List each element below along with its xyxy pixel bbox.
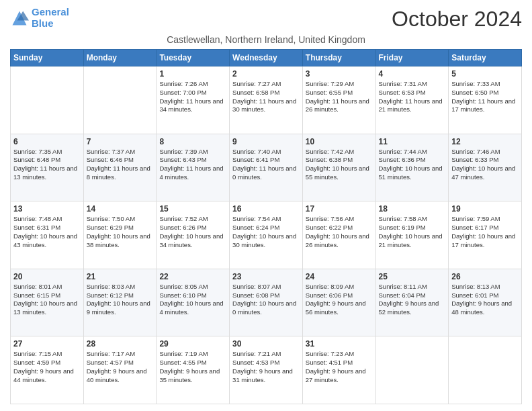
calendar-cell: 16Sunrise: 7:54 AMSunset: 6:24 PMDayligh… <box>230 201 303 269</box>
calendar-cell <box>449 336 522 404</box>
calendar-week-row-3: 13Sunrise: 7:48 AMSunset: 6:31 PMDayligh… <box>11 201 522 269</box>
cell-info: Sunrise: 7:59 AMSunset: 6:17 PMDaylight:… <box>451 215 515 248</box>
day-number: 1 <box>159 69 226 79</box>
cell-info: Sunrise: 7:19 AMSunset: 4:55 PMDaylight:… <box>159 350 220 383</box>
calendar-cell: 6Sunrise: 7:35 AMSunset: 6:48 PMDaylight… <box>11 134 84 201</box>
day-number: 11 <box>379 137 446 146</box>
day-number: 25 <box>379 272 446 281</box>
day-number: 15 <box>159 204 226 214</box>
header: General Blue October 2024 <box>10 7 522 32</box>
cell-info: Sunrise: 7:33 AMSunset: 6:50 PMDaylight:… <box>451 80 515 113</box>
title-block: October 2024 <box>392 7 522 32</box>
day-number: 8 <box>159 137 226 146</box>
cell-info: Sunrise: 7:44 AMSunset: 6:36 PMDaylight:… <box>379 148 443 181</box>
calendar-cell: 28Sunrise: 7:17 AMSunset: 4:57 PMDayligh… <box>83 336 157 404</box>
calendar-cell: 10Sunrise: 7:42 AMSunset: 6:38 PMDayligh… <box>302 134 375 201</box>
day-number: 19 <box>451 204 519 214</box>
calendar-cell: 5Sunrise: 7:33 AMSunset: 6:50 PMDaylight… <box>449 66 522 134</box>
day-number: 30 <box>232 339 300 349</box>
cell-info: Sunrise: 8:13 AMSunset: 6:01 PMDaylight:… <box>451 283 512 316</box>
cell-info: Sunrise: 8:03 AMSunset: 6:12 PMDaylight:… <box>87 283 150 316</box>
day-number: 28 <box>87 339 154 349</box>
calendar-cell: 9Sunrise: 7:40 AMSunset: 6:41 PMDaylight… <box>230 134 303 201</box>
subtitle: Castlewellan, Northern Ireland, United K… <box>10 34 522 45</box>
day-number: 12 <box>451 137 519 146</box>
day-number: 7 <box>87 137 154 146</box>
day-number: 9 <box>232 137 300 146</box>
logo: General Blue <box>10 7 69 29</box>
day-number: 6 <box>13 137 81 146</box>
calendar-cell: 31Sunrise: 7:23 AMSunset: 4:51 PMDayligh… <box>302 336 375 404</box>
calendar-week-row-2: 6Sunrise: 7:35 AMSunset: 6:48 PMDaylight… <box>11 134 522 201</box>
day-number: 18 <box>379 204 446 214</box>
calendar-cell: 14Sunrise: 7:50 AMSunset: 6:29 PMDayligh… <box>83 201 157 269</box>
cell-info: Sunrise: 8:01 AMSunset: 6:15 PMDaylight:… <box>13 283 77 316</box>
day-number: 2 <box>232 69 300 79</box>
cell-info: Sunrise: 7:17 AMSunset: 4:57 PMDaylight:… <box>87 350 147 383</box>
logo-text: General Blue <box>32 7 69 29</box>
calendar-cell: 18Sunrise: 7:58 AMSunset: 6:19 PMDayligh… <box>375 201 449 269</box>
day-number: 14 <box>87 204 154 214</box>
calendar-cell: 15Sunrise: 7:52 AMSunset: 6:26 PMDayligh… <box>157 201 230 269</box>
logo-icon <box>10 9 29 28</box>
cell-info: Sunrise: 7:42 AMSunset: 6:38 PMDaylight:… <box>306 148 369 181</box>
day-number: 27 <box>13 339 81 349</box>
cell-info: Sunrise: 7:23 AMSunset: 4:51 PMDaylight:… <box>306 350 366 383</box>
cell-info: Sunrise: 7:39 AMSunset: 6:43 PMDaylight:… <box>159 148 223 181</box>
calendar-header-row: Sunday Monday Tuesday Wednesday Thursday… <box>11 50 522 66</box>
calendar-cell: 3Sunrise: 7:29 AMSunset: 6:55 PMDaylight… <box>302 66 375 134</box>
calendar-cell: 30Sunrise: 7:21 AMSunset: 4:53 PMDayligh… <box>230 336 303 404</box>
cell-info: Sunrise: 7:56 AMSunset: 6:22 PMDaylight:… <box>306 215 369 248</box>
calendar-cell: 27Sunrise: 7:15 AMSunset: 4:59 PMDayligh… <box>11 336 84 404</box>
day-number: 31 <box>306 339 373 349</box>
day-number: 4 <box>379 69 446 79</box>
logo-line2: Blue <box>32 17 54 29</box>
calendar-week-row-5: 27Sunrise: 7:15 AMSunset: 4:59 PMDayligh… <box>11 336 522 404</box>
calendar-cell: 19Sunrise: 7:59 AMSunset: 6:17 PMDayligh… <box>449 201 522 269</box>
day-number: 20 <box>13 272 81 281</box>
calendar-cell: 29Sunrise: 7:19 AMSunset: 4:55 PMDayligh… <box>157 336 230 404</box>
day-number: 3 <box>306 69 373 79</box>
day-number: 17 <box>306 204 373 214</box>
calendar-cell: 24Sunrise: 8:09 AMSunset: 6:06 PMDayligh… <box>302 269 375 336</box>
calendar-week-row-4: 20Sunrise: 8:01 AMSunset: 6:15 PMDayligh… <box>11 269 522 336</box>
day-number: 5 <box>451 69 519 79</box>
col-tuesday: Tuesday <box>157 50 230 66</box>
main-title: October 2024 <box>392 7 522 32</box>
calendar-cell: 25Sunrise: 8:11 AMSunset: 6:04 PMDayligh… <box>375 269 449 336</box>
day-number: 22 <box>159 272 226 281</box>
cell-info: Sunrise: 8:09 AMSunset: 6:06 PMDaylight:… <box>306 283 366 316</box>
calendar-cell: 2Sunrise: 7:27 AMSunset: 6:58 PMDaylight… <box>230 66 303 134</box>
cell-info: Sunrise: 7:26 AMSunset: 7:00 PMDaylight:… <box>159 80 223 113</box>
cell-info: Sunrise: 7:50 AMSunset: 6:29 PMDaylight:… <box>87 215 150 248</box>
col-sunday: Sunday <box>11 50 84 66</box>
cell-info: Sunrise: 7:40 AMSunset: 6:41 PMDaylight:… <box>232 148 296 181</box>
calendar-cell: 20Sunrise: 8:01 AMSunset: 6:15 PMDayligh… <box>11 269 84 336</box>
cell-info: Sunrise: 7:48 AMSunset: 6:31 PMDaylight:… <box>13 215 77 248</box>
cell-info: Sunrise: 7:37 AMSunset: 6:46 PMDaylight:… <box>87 148 150 181</box>
calendar-cell: 1Sunrise: 7:26 AMSunset: 7:00 PMDaylight… <box>157 66 230 134</box>
day-number: 13 <box>13 204 81 214</box>
calendar-cell: 26Sunrise: 8:13 AMSunset: 6:01 PMDayligh… <box>449 269 522 336</box>
day-number: 24 <box>306 272 373 281</box>
page: General Blue October 2024 Castlewellan, … <box>0 0 532 411</box>
cell-info: Sunrise: 8:05 AMSunset: 6:10 PMDaylight:… <box>159 283 223 316</box>
col-friday: Friday <box>375 50 449 66</box>
col-wednesday: Wednesday <box>230 50 303 66</box>
calendar-cell: 13Sunrise: 7:48 AMSunset: 6:31 PMDayligh… <box>11 201 84 269</box>
day-number: 10 <box>306 137 373 146</box>
cell-info: Sunrise: 8:07 AMSunset: 6:08 PMDaylight:… <box>232 283 296 316</box>
calendar-week-row-1: 1Sunrise: 7:26 AMSunset: 7:00 PMDaylight… <box>11 66 522 134</box>
day-number: 23 <box>232 272 300 281</box>
calendar-cell: 11Sunrise: 7:44 AMSunset: 6:36 PMDayligh… <box>375 134 449 201</box>
calendar-cell: 17Sunrise: 7:56 AMSunset: 6:22 PMDayligh… <box>302 201 375 269</box>
day-number: 21 <box>87 272 154 281</box>
calendar-cell: 23Sunrise: 8:07 AMSunset: 6:08 PMDayligh… <box>230 269 303 336</box>
col-thursday: Thursday <box>302 50 375 66</box>
calendar-cell: 4Sunrise: 7:31 AMSunset: 6:53 PMDaylight… <box>375 66 449 134</box>
cell-info: Sunrise: 7:31 AMSunset: 6:53 PMDaylight:… <box>379 80 443 113</box>
day-number: 29 <box>159 339 226 349</box>
cell-info: Sunrise: 7:54 AMSunset: 6:24 PMDaylight:… <box>232 215 296 248</box>
day-number: 26 <box>451 272 519 281</box>
cell-info: Sunrise: 7:46 AMSunset: 6:33 PMDaylight:… <box>451 148 515 181</box>
